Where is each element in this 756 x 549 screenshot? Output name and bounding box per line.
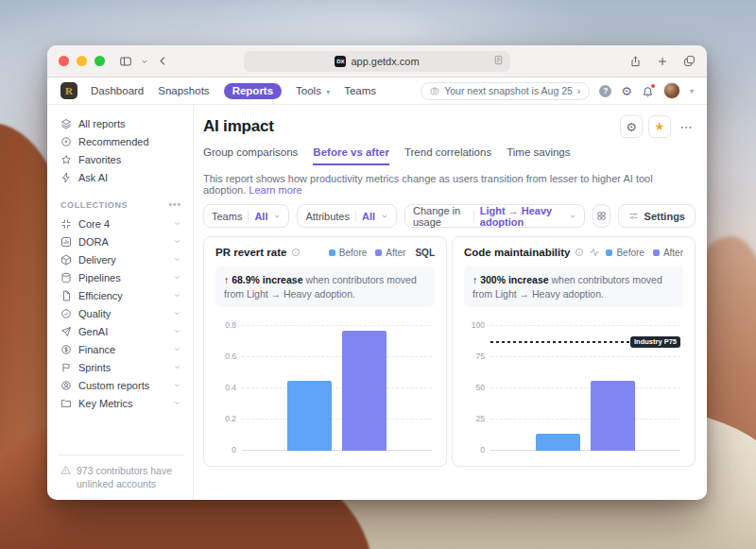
user-circle-icon: [60, 380, 72, 391]
collections-label: COLLECTIONS: [60, 200, 128, 210]
sidebar-item-ask-ai[interactable]: Ask AI: [59, 168, 183, 186]
address-bar[interactable]: DX app.getdx.com: [244, 51, 510, 72]
user-avatar[interactable]: [663, 82, 680, 99]
app-header: R Dashboard Snapshots Reports Tools ▾ Te…: [47, 77, 707, 104]
favorite-star-button[interactable]: ★: [648, 115, 671, 138]
chevron-down-icon: [569, 213, 576, 220]
tab-time-savings[interactable]: Time savings: [507, 146, 570, 165]
info-icon[interactable]: [291, 248, 301, 257]
chevron-right-icon: ›: [577, 85, 581, 96]
more-options-button[interactable]: ⋯: [677, 115, 696, 138]
layout-grid-button[interactable]: [593, 204, 610, 228]
nav-item-reports-active[interactable]: Reports: [224, 83, 282, 99]
collections-more-icon[interactable]: •••: [168, 199, 181, 210]
after-swatch: [653, 249, 660, 256]
sidebar-item-label: Key Metrics: [78, 398, 132, 409]
chevron-down-icon: [381, 213, 388, 220]
tab-group-comparisons[interactable]: Group comparisons: [203, 146, 298, 165]
chevron-down-icon[interactable]: [173, 399, 181, 407]
star-icon: [60, 154, 72, 165]
filter-value: Light → Heavy adoption: [480, 205, 563, 228]
help-icon[interactable]: ?: [599, 85, 611, 97]
chevron-down-icon[interactable]: [173, 219, 181, 228]
settings-button[interactable]: Settings: [618, 204, 696, 228]
y-axis-tick-label: 50: [464, 383, 485, 392]
pulse-icon[interactable]: [589, 247, 600, 258]
nav-item-dashboard[interactable]: Dashboard: [91, 85, 144, 96]
legend-label: Before: [616, 248, 644, 258]
nav-item-teams[interactable]: Teams: [344, 85, 376, 96]
chevron-down-icon[interactable]: [173, 327, 181, 335]
sidebar-item-genai[interactable]: GenAI: [59, 322, 183, 340]
sidebar-item-quality[interactable]: Quality: [59, 304, 183, 322]
account-chevron-icon[interactable]: ▾: [690, 87, 694, 95]
chevron-down-icon[interactable]: [173, 309, 181, 317]
rocket-icon: [60, 326, 72, 337]
bar-before[interactable]: [287, 381, 332, 451]
sidebar-item-all-reports[interactable]: All reports: [59, 114, 183, 132]
sidebar-item-efficiency[interactable]: Efficiency: [59, 286, 183, 304]
info-icon[interactable]: [575, 248, 584, 257]
browser-toolbar: DX app.getdx.com: [47, 45, 707, 77]
workspace-logo[interactable]: R: [60, 82, 77, 99]
header-actions: Your next snapshot is Aug 25 › ? ⚙ ▾: [421, 82, 694, 100]
before-swatch: [329, 249, 335, 256]
teams-filter[interactable]: Teams All: [203, 204, 289, 228]
sidebar-item-custom-reports[interactable]: Custom reports: [59, 376, 183, 394]
sidebar-item-dora[interactable]: DORA: [59, 232, 183, 250]
sidebar-item-label: Pipelines: [78, 272, 121, 283]
nav-item-tools[interactable]: Tools ▾: [296, 85, 330, 96]
filter-label: Teams: [212, 211, 242, 222]
sidebar-item-core-4[interactable]: Core 4: [59, 214, 183, 232]
sidebar-item-key-metrics[interactable]: Key Metrics: [59, 394, 183, 412]
snapshot-notice-pill[interactable]: Your next snapshot is Aug 25 ›: [421, 82, 590, 100]
report-settings-gear-button[interactable]: ⚙: [620, 115, 643, 138]
tab-before-vs-after[interactable]: Before vs after: [313, 146, 389, 165]
database-icon: [60, 272, 72, 283]
minimize-window-button[interactable]: [77, 56, 87, 66]
browser-window: DX app.getdx.com R: [47, 45, 707, 500]
chevron-down-icon[interactable]: [173, 363, 181, 371]
nav-item-snapshots[interactable]: Snapshots: [158, 85, 209, 96]
tab-trend-correlations[interactable]: Trend correlations: [404, 146, 491, 165]
chevron-down-icon[interactable]: [173, 237, 181, 246]
bar-after[interactable]: [591, 381, 635, 451]
chevron-down-icon[interactable]: [173, 255, 181, 264]
sidebar-item-label: Finance: [78, 344, 115, 355]
primary-nav: Dashboard Snapshots Reports Tools ▾ Team…: [91, 83, 376, 99]
sidebar-toggle-icon[interactable]: [119, 55, 132, 68]
sidebar-item-sprints[interactable]: Sprints: [59, 358, 183, 376]
card-title: PR revert rate: [215, 247, 286, 258]
sidebar-item-recommended[interactable]: Recommended: [59, 132, 183, 150]
zoom-window-button[interactable]: [94, 56, 105, 66]
new-tab-icon[interactable]: [657, 56, 668, 67]
change-in-usage-filter[interactable]: Change in usage Light → Heavy adoption: [404, 204, 585, 228]
chevron-down-icon[interactable]: [173, 273, 181, 282]
sidebar-dropdown-chevron-icon[interactable]: [141, 58, 148, 65]
pr-revert-rate-card: PR revert rate Before After SQL ↑ 68.9% …: [203, 236, 447, 467]
chevron-down-icon[interactable]: [173, 345, 181, 353]
sql-button[interactable]: SQL: [415, 248, 435, 258]
gear-icon[interactable]: ⚙: [621, 85, 632, 97]
warning-text: 973 contributors have unlinked accounts: [77, 464, 181, 490]
bar-after[interactable]: [342, 331, 387, 451]
back-button[interactable]: [157, 55, 169, 67]
sidebar-item-favorites[interactable]: Favorites: [59, 150, 183, 168]
sidebar-item-delivery[interactable]: Delivery: [59, 250, 183, 268]
reader-mode-icon[interactable]: [493, 55, 504, 67]
sidebar-item-finance[interactable]: Finance: [59, 340, 183, 358]
chevron-down-icon[interactable]: [173, 381, 181, 389]
filter-label: Change in usage: [413, 205, 468, 228]
chevron-down-icon[interactable]: [173, 291, 181, 300]
bar-before[interactable]: [536, 434, 580, 451]
share-icon[interactable]: [629, 55, 642, 68]
browser-actions: [629, 55, 696, 68]
zap-icon: [60, 172, 72, 183]
close-window-button[interactable]: [59, 56, 69, 66]
attributes-filter[interactable]: Attributes All: [297, 204, 397, 228]
notifications-bell-icon[interactable]: [642, 85, 654, 97]
learn-more-link[interactable]: Learn more: [249, 184, 301, 196]
tab-overview-icon[interactable]: [683, 55, 696, 67]
insight-callout: ↑ 300% increase when contributors moved …: [464, 266, 683, 307]
sidebar-item-pipelines[interactable]: Pipelines: [59, 268, 183, 286]
